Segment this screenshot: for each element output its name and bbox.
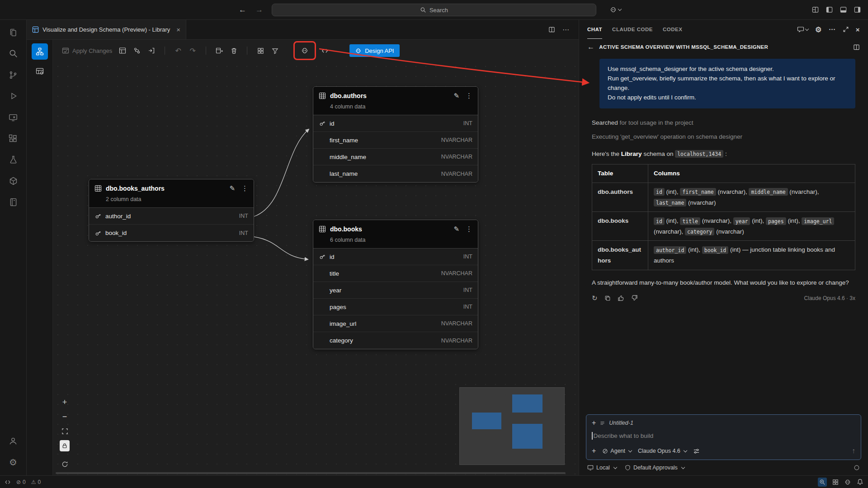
copy-icon[interactable] — [604, 295, 611, 301]
close-tab-icon[interactable]: × — [176, 26, 180, 33]
mode-picker[interactable]: Agent — [602, 448, 632, 454]
search-input[interactable]: Search — [272, 4, 596, 16]
copilot-menu-button[interactable] — [609, 6, 621, 14]
context-chip[interactable]: Untitled-1 — [609, 420, 633, 426]
compare-schema-icon[interactable] — [130, 44, 144, 57]
table-definition-view-button[interactable] — [32, 63, 48, 80]
lock-icon[interactable] — [60, 440, 70, 451]
chat-input[interactable]: + Untitled-1 Describe what to build + Ag… — [586, 414, 861, 460]
remote-explorer-icon[interactable] — [2, 107, 24, 128]
approvals-picker[interactable]: Default Approvals — [625, 465, 684, 471]
table-menu-icon[interactable]: ⋮ — [241, 184, 248, 192]
toggle-secondary-sidebar-icon[interactable] — [854, 6, 861, 13]
run-debug-icon[interactable] — [2, 85, 24, 107]
target-picker[interactable]: Local — [587, 465, 617, 471]
editor-more-actions-icon[interactable]: ⋯ — [562, 26, 570, 34]
explorer-icon[interactable] — [2, 22, 24, 43]
design-api-button[interactable]: Design API — [349, 44, 399, 57]
problems-warnings[interactable]: ⚠ 0 — [31, 479, 41, 485]
add-table-icon[interactable] — [212, 44, 226, 57]
copilot-status-icon[interactable] — [844, 479, 851, 486]
schema-canvas[interactable]: dbo.books_authors✎⋮2 column dataauthor_i… — [53, 61, 579, 475]
copilot-button[interactable] — [298, 44, 311, 57]
search-view-icon[interactable] — [2, 43, 24, 64]
open-table-icon[interactable] — [116, 44, 129, 57]
chat-input-field[interactable]: Describe what to build — [592, 432, 855, 440]
column-row[interactable]: last_nameNVARCHAR — [313, 165, 478, 182]
database-projects-icon[interactable] — [2, 170, 24, 192]
nav-back-icon[interactable]: ← — [239, 5, 246, 14]
customize-layout-icon[interactable] — [812, 6, 819, 13]
column-row[interactable]: idINT — [313, 115, 478, 132]
edit-table-icon[interactable]: ✎ — [453, 225, 459, 233]
tab-chat[interactable]: CHAT — [587, 20, 602, 39]
zoom-out-button[interactable]: − — [59, 411, 70, 422]
column-row[interactable]: book_idINT — [89, 225, 254, 241]
open-session-in-editor-icon[interactable] — [853, 44, 860, 51]
settings-gear-icon[interactable]: ⚙ — [2, 451, 24, 473]
column-row[interactable]: image_urlNVARCHAR — [313, 315, 478, 332]
attach-icon[interactable]: + — [592, 447, 596, 455]
split-editor-icon[interactable] — [548, 26, 555, 33]
view-code-icon[interactable] — [318, 44, 331, 57]
tab-codex[interactable]: CODEX — [663, 20, 682, 39]
chat-history-view[interactable]: Use mssql_schema_designer for the active… — [579, 53, 868, 410]
filter-icon[interactable] — [268, 44, 282, 57]
column-row[interactable]: author_idINT — [89, 208, 254, 225]
column-row[interactable]: first_nameNVARCHAR — [313, 132, 478, 149]
delete-table-icon[interactable] — [227, 44, 241, 57]
column-row[interactable]: pagesINT — [313, 299, 478, 315]
thumbs-down-icon[interactable] — [631, 295, 638, 301]
testing-icon[interactable] — [2, 149, 24, 170]
refresh-layout-icon[interactable] — [59, 459, 70, 469]
regenerate-icon[interactable]: ↻ — [592, 294, 598, 302]
source-control-icon[interactable] — [2, 64, 24, 85]
redo-icon[interactable]: ↷ — [186, 44, 199, 57]
apply-changes-button[interactable]: Apply Changes — [58, 44, 116, 57]
extensions-icon[interactable] — [2, 128, 24, 149]
tools-sliders-icon[interactable] — [693, 448, 700, 455]
chat-history-icon[interactable] — [797, 26, 808, 33]
remote-indicator-icon[interactable] — [5, 479, 11, 485]
layout-status-icon[interactable] — [832, 479, 839, 485]
tab-claude-code[interactable]: CLAUDE CODE — [612, 20, 653, 39]
problems-errors[interactable]: ⊘ 0 — [16, 479, 26, 485]
schema-diagram-view-button[interactable] — [32, 43, 48, 60]
column-row[interactable]: yearINT — [313, 282, 478, 299]
auto-arrange-icon[interactable] — [254, 44, 267, 57]
zoom-in-button[interactable]: + — [59, 397, 70, 408]
undo-icon[interactable]: ↶ — [171, 44, 185, 57]
table-menu-icon[interactable]: ⋮ — [466, 92, 472, 100]
chat-settings-gear-icon[interactable]: ⚙ — [815, 25, 822, 34]
notifications-bell-icon[interactable] — [857, 479, 863, 485]
schema-table-card[interactable]: dbo.books_authors✎⋮2 column dataauthor_i… — [89, 179, 254, 242]
zoom-status-icon[interactable] — [818, 478, 827, 487]
add-context-icon[interactable]: + — [592, 419, 596, 427]
minimap[interactable] — [459, 387, 565, 465]
fit-to-screen-icon[interactable] — [59, 426, 70, 436]
column-row[interactable]: middle_nameNVARCHAR — [313, 149, 478, 165]
editor-tab[interactable]: Visualize and Design Schema (Preview) - … — [27, 20, 186, 39]
export-diagram-icon[interactable] — [145, 44, 158, 57]
thumbs-up-icon[interactable] — [618, 295, 624, 301]
toggle-panel-icon[interactable] — [840, 6, 847, 13]
edit-table-icon[interactable]: ✎ — [229, 184, 235, 192]
table-menu-icon[interactable]: ⋮ — [466, 225, 472, 233]
edit-table-icon[interactable]: ✎ — [453, 92, 459, 100]
toggle-primary-sidebar-icon[interactable] — [826, 6, 833, 13]
maximize-panel-icon[interactable] — [843, 26, 849, 33]
column-row[interactable]: categoryNVARCHAR — [313, 332, 478, 349]
back-icon[interactable]: ← — [587, 43, 594, 51]
nav-forward-icon[interactable]: → — [255, 5, 263, 14]
send-button[interactable]: ↑ — [852, 447, 855, 455]
schema-table-card[interactable]: dbo.authors✎⋮4 column dataidINTfirst_nam… — [313, 86, 478, 183]
schema-table-card[interactable]: dbo.books✎⋮6 column dataidINTtitleNVARCH… — [313, 220, 478, 349]
column-row[interactable]: titleNVARCHAR — [313, 265, 478, 282]
close-panel-icon[interactable]: × — [856, 26, 860, 33]
column-row[interactable]: idINT — [313, 249, 478, 265]
model-picker[interactable]: Claude Opus 4.6 — [638, 448, 687, 454]
account-icon[interactable] — [2, 430, 24, 451]
chat-more-actions-icon[interactable]: ⋯ — [829, 25, 836, 33]
notebooks-icon[interactable] — [2, 192, 24, 213]
horizontal-scrollbar[interactable] — [53, 472, 579, 475]
